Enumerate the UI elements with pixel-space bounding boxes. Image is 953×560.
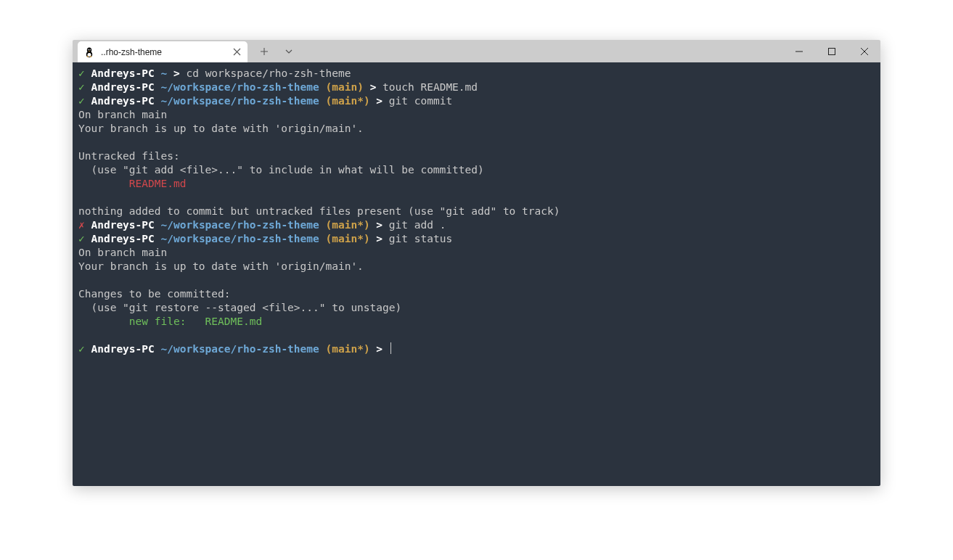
prompt-host: Andreys-PC xyxy=(91,233,154,244)
prompt-host: Andreys-PC xyxy=(91,343,154,355)
git-branch: (main*) xyxy=(326,343,370,355)
cursor xyxy=(390,342,392,354)
output-line: (use "git add <file>..." to include in w… xyxy=(78,164,484,176)
prompt-sep: > xyxy=(173,67,180,79)
prompt-path: ~/workspace/rho-zsh-theme xyxy=(161,81,319,93)
command-text: git status xyxy=(389,233,452,244)
command-text: git add . xyxy=(389,219,446,231)
prompt-sep: > xyxy=(376,95,383,107)
minimize-button[interactable] xyxy=(782,40,815,62)
terminal-window: ..rho-zsh-theme ✓ Andreys-PC ~ xyxy=(73,40,880,486)
tab-close-icon[interactable] xyxy=(232,47,242,57)
git-branch: (main*) xyxy=(326,233,370,244)
output-line: (use "git restore --staged <file>..." to… xyxy=(78,302,401,313)
prompt-host: Andreys-PC xyxy=(91,95,154,107)
tab-active[interactable]: ..rho-zsh-theme xyxy=(78,41,248,62)
output-line: Changes to be committed: xyxy=(78,288,231,300)
window-controls xyxy=(782,40,880,62)
svg-point-5 xyxy=(89,49,89,50)
prompt-host: Andreys-PC xyxy=(91,219,154,231)
svg-point-6 xyxy=(90,49,91,50)
prompt-path: ~/workspace/rho-zsh-theme xyxy=(161,219,319,231)
prompt-path: ~ xyxy=(161,67,168,79)
untracked-file: README.md xyxy=(129,178,187,189)
prompt-sep: > xyxy=(376,219,383,231)
prompt-path: ~/workspace/rho-zsh-theme xyxy=(161,343,319,355)
prompt-path: ~/workspace/rho-zsh-theme xyxy=(161,233,319,244)
command-text: cd workspace/rho-zsh-theme xyxy=(186,67,351,79)
titlebar: ..rho-zsh-theme xyxy=(73,40,880,62)
status-ok-icon: ✓ xyxy=(78,343,85,355)
git-branch: (main*) xyxy=(326,219,370,231)
linux-tux-icon xyxy=(83,46,95,58)
new-tab-button[interactable] xyxy=(252,41,277,62)
output-line: Untracked files: xyxy=(78,150,180,162)
status-ok-icon: ✓ xyxy=(78,95,85,107)
terminal-body[interactable]: ✓ Andreys-PC ~ > cd workspace/rho-zsh-th… xyxy=(73,62,880,486)
prompt-host: Andreys-PC xyxy=(91,67,154,79)
output-line: On branch main xyxy=(78,247,167,258)
status-ok-icon: ✓ xyxy=(78,81,85,93)
prompt-sep: > xyxy=(376,233,383,244)
titlebar-actions xyxy=(252,40,301,62)
output-line: Your branch is up to date with 'origin/m… xyxy=(78,260,364,272)
command-text: git commit xyxy=(389,95,452,107)
command-text: touch README.md xyxy=(383,81,478,93)
output-line: On branch main xyxy=(78,109,167,120)
staged-file: new file: README.md xyxy=(129,316,262,327)
prompt-host: Andreys-PC xyxy=(91,81,154,93)
maximize-button[interactable] xyxy=(815,40,848,62)
status-ok-icon: ✓ xyxy=(78,67,85,79)
prompt-path: ~/workspace/rho-zsh-theme xyxy=(161,95,319,107)
output-pad xyxy=(78,178,129,189)
tab-title: ..rho-zsh-theme xyxy=(101,47,232,57)
prompt-sep: > xyxy=(376,343,383,355)
prompt-sep: > xyxy=(370,81,377,93)
status-ok-icon: ✓ xyxy=(78,233,85,244)
output-line: nothing added to commit but untracked fi… xyxy=(78,205,560,217)
close-button[interactable] xyxy=(848,40,880,62)
output-pad xyxy=(78,316,129,327)
output-line: Your branch is up to date with 'origin/m… xyxy=(78,123,364,134)
git-branch: (main) xyxy=(326,81,364,93)
status-err-icon: ✗ xyxy=(78,219,85,231)
svg-rect-7 xyxy=(828,48,835,54)
tab-dropdown-button[interactable] xyxy=(277,41,301,62)
git-branch: (main*) xyxy=(326,95,370,107)
